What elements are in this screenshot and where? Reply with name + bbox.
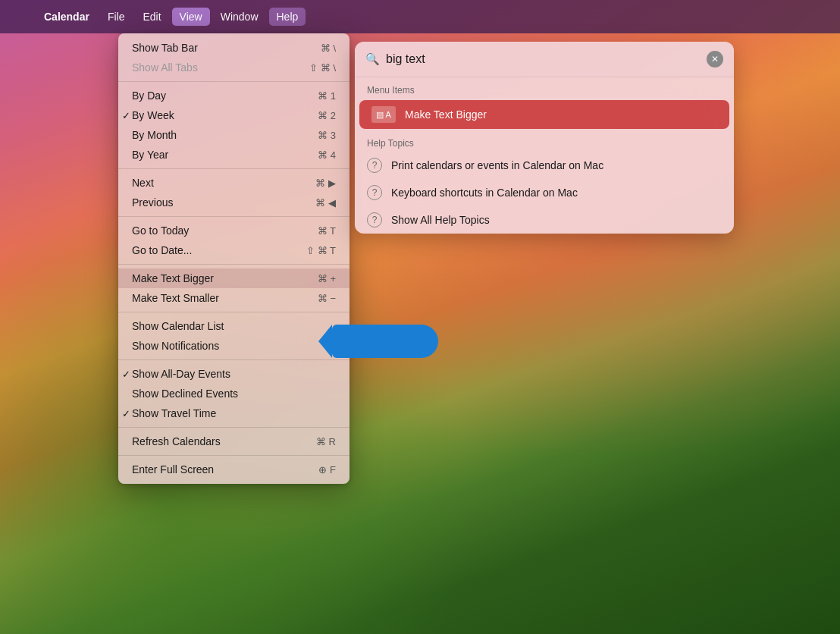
menu-item-label: Refresh Calendars [132,435,221,447]
menu-item-label: By Day [132,89,166,102]
menu-item-show-notifications[interactable]: Show Notifications [118,336,349,356]
help-circle-icon: ? [367,185,382,200]
shortcut: ⇧ ⌘ \ [309,62,336,74]
help-clear-button[interactable]: ✕ [707,51,723,67]
shortcut: ⌘ 2 [318,110,336,121]
menu-item-label: Show Tab Bar [132,42,198,54]
menu-item-label: Previous [132,196,173,209]
menubar-item-file[interactable]: File [100,8,133,26]
menu-item-label: By Week [132,109,174,121]
help-result-label: Make Text Bigger [405,108,487,121]
arrow-shape [332,325,438,358]
shortcut: ⇧ ⌘ T [306,245,336,256]
menu-item-label: Show Declined Events [132,388,238,400]
shortcut: ⌘ T [318,225,336,237]
menu-item-label: Show All-Day Events [132,368,230,380]
menu-item-label: Show All Tabs [132,61,198,74]
menu-item-refresh-calendars[interactable]: Refresh Calendars ⌘ R [118,432,349,451]
help-search-bar: 🔍 ✕ [355,42,734,77]
shortcut: ⊕ F [318,464,336,476]
menu-item-show-all-day-events[interactable]: ✓ Show All-Day Events [118,364,349,384]
help-result-label: Print calendars or events in Calendar on… [391,159,603,171]
separator [118,264,349,265]
help-circle-icon: ? [367,158,382,173]
menu-item-label: Make Text Smaller [132,292,219,304]
help-search-input[interactable] [386,52,701,66]
help-result-print-calendars[interactable]: ? Print calendars or events in Calendar … [355,152,734,179]
menu-item-enter-full-screen[interactable]: Enter Full Screen ⊕ F [118,460,349,479]
shortcut: ⌘ 1 [318,90,336,102]
help-result-keyboard-shortcuts[interactable]: ? Keyboard shortcuts in Calendar on Mac [355,179,734,206]
separator [118,81,349,82]
menu-item-label: Go to Date... [132,244,192,256]
separator [118,359,349,360]
menu-item-show-travel-time[interactable]: ✓ Show Travel Time [118,403,349,423]
menu-item-show-tab-bar[interactable]: Show Tab Bar ⌘ \ [118,38,349,58]
help-popup: 🔍 ✕ Menu Items ▤ A Make Text Bigger Help… [355,42,734,234]
result-icon: ▤ A [371,106,396,123]
menubar-item-edit[interactable]: Edit [135,8,168,26]
help-circle-icon: ? [367,212,382,228]
menu-item-go-to-date[interactable]: Go to Date... ⇧ ⌘ T [118,240,349,260]
help-result-label: Show All Help Topics [391,214,490,226]
shortcut: ⌘ 3 [318,130,336,141]
view-menu: Show Tab Bar ⌘ \ Show All Tabs ⇧ ⌘ \ By … [118,33,349,484]
checkmark-icon: ✓ [122,110,130,121]
separator [118,312,349,312]
apple-menu[interactable] [9,5,33,29]
shortcut: ⌘ R [316,436,336,447]
menu-item-label: Make Text Bigger [132,272,214,284]
separator [118,455,349,456]
shortcut: ⌘ ▶ [315,177,336,189]
menubar-item-window[interactable]: Window [213,8,266,26]
blue-arrow-indicator [332,325,438,358]
shortcut: ⌘ ◀ [315,197,336,209]
menu-item-by-year[interactable]: By Year ⌘ 4 [118,145,349,165]
search-icon: 🔍 [365,52,380,66]
menu-items-label: Menu Items [355,77,734,99]
checkmark-icon: ✓ [122,408,130,419]
shortcut: ⌘ + [318,273,336,284]
menu-item-show-calendar-list[interactable]: Show Calendar List [118,316,349,336]
menu-item-by-week[interactable]: ✓ By Week ⌘ 2 [118,105,349,125]
menu-item-next[interactable]: Next ⌘ ▶ [118,173,349,193]
menu-item-make-text-bigger[interactable]: Make Text Bigger ⌘ + [118,268,349,288]
menubar-item-calendar[interactable]: Calendar [36,8,97,26]
menu-item-label: By Month [132,129,177,141]
shortcut: ⌘ 4 [318,149,336,161]
separator [118,427,349,428]
menu-item-go-to-today[interactable]: Go to Today ⌘ T [118,221,349,240]
checkmark-icon: ✓ [122,369,130,380]
menu-item-by-month[interactable]: By Month ⌘ 3 [118,125,349,145]
menubar-item-view[interactable]: View [172,8,210,26]
menubar-item-help[interactable]: Help [269,8,306,26]
menu-item-label: Show Calendar List [132,320,224,332]
menu-item-show-declined-events[interactable]: Show Declined Events [118,384,349,403]
help-result-show-all-help-topics[interactable]: ? Show All Help Topics [355,206,734,234]
menu-item-label: Go to Today [132,224,189,237]
menu-item-by-day[interactable]: By Day ⌘ 1 [118,86,349,105]
menu-item-label: Next [132,177,154,189]
menu-item-label: Show Travel Time [132,407,216,419]
help-result-label: Keyboard shortcuts in Calendar on Mac [391,187,578,199]
menu-item-label: Enter Full Screen [132,463,214,476]
menubar: Calendar File Edit View Window Help [0,0,840,33]
menu-item-previous[interactable]: Previous ⌘ ◀ [118,193,349,212]
help-topics-label: Help Topics [355,130,734,152]
menu-item-show-all-tabs[interactable]: Show All Tabs ⇧ ⌘ \ [118,58,349,77]
menu-item-label: By Year [132,149,168,161]
separator [118,216,349,217]
menu-item-make-text-smaller[interactable]: Make Text Smaller ⌘ − [118,288,349,308]
shortcut: ⌘ − [318,293,336,304]
help-result-make-text-bigger[interactable]: ▤ A Make Text Bigger [359,100,729,129]
menu-item-label: Show Notifications [132,340,219,352]
shortcut: ⌘ \ [321,42,336,54]
separator [118,168,349,169]
